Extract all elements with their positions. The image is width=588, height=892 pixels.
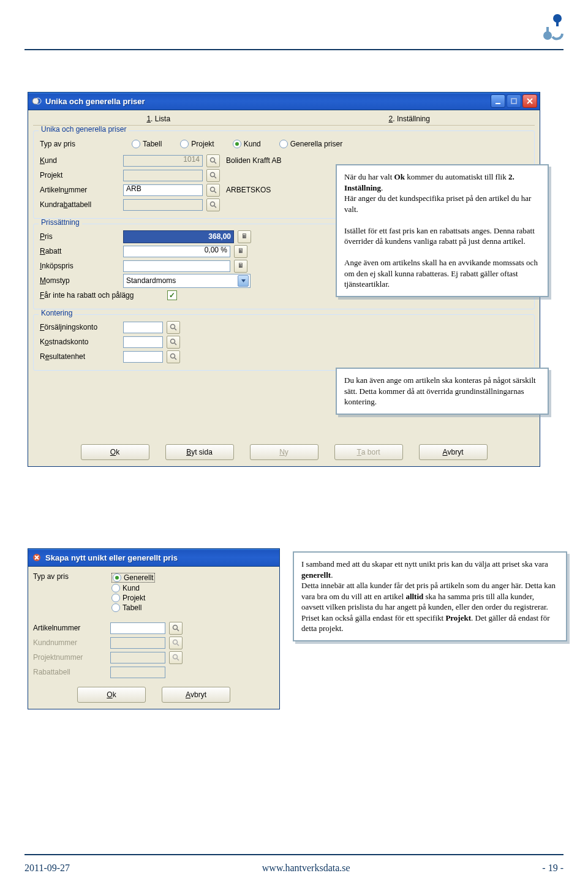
forsaljningskonto-label: Försäljningskonto (40, 323, 119, 331)
app-icon (32, 96, 42, 106)
rabatt-input[interactable]: 0,00 % (123, 246, 230, 257)
svg-line-26 (177, 659, 179, 660)
inkop-input[interactable] (123, 260, 230, 272)
window-skapa-pris: Skapa nytt unikt eller generellt pris Ty… (28, 548, 280, 709)
projekt-input (123, 170, 203, 181)
svg-point-14 (171, 325, 175, 329)
pris-label: Pris (40, 233, 119, 240)
pris-calc[interactable]: 🖩 (238, 230, 251, 243)
svg-point-12 (211, 202, 215, 206)
logo-icon (541, 12, 564, 43)
kundrabattabell-input (123, 199, 203, 211)
radio-kund-2[interactable]: Kund (111, 584, 155, 592)
svg-line-24 (177, 644, 179, 646)
callout-2: Du kan även ange om artikeln ska kontera… (336, 368, 549, 415)
titlebar-2: Skapa nytt unikt eller generellt pris (28, 549, 279, 567)
window-title-2: Skapa nytt unikt eller generellt pris (45, 553, 178, 562)
artikelnummer-input-2[interactable] (110, 622, 165, 634)
avbryt-button[interactable]: Avbryt (419, 444, 488, 460)
resultatenhet-label: Resultatenhet (40, 353, 119, 360)
footer-page: - 19 - (542, 863, 564, 874)
ny-button[interactable]: Ny (250, 444, 318, 460)
farinte-checkbox[interactable] (167, 290, 177, 300)
artikelnummer-lookup[interactable] (206, 184, 220, 197)
typ-av-pris-label-2: Typ av pris (33, 573, 107, 612)
radio-generellt[interactable]: Generellt (111, 573, 155, 583)
svg-line-15 (175, 328, 176, 330)
forsaljningskonto-lookup[interactable] (167, 321, 180, 334)
avbryt-button-2[interactable]: Avbryt (162, 687, 230, 703)
radio-projekt-2[interactable]: Projekt (111, 594, 155, 602)
projektnummer-label: Projektnummer (33, 654, 107, 661)
top-rule (24, 49, 564, 50)
svg-point-10 (211, 187, 215, 192)
momstyp-value: Standardmoms (126, 277, 176, 284)
ok-button-2[interactable]: Ok (77, 687, 146, 703)
radio-generella[interactable]: Generella priser (279, 140, 342, 148)
kundrabattabell-label: Kundrabattabell (40, 201, 119, 208)
projekt-label: Projekt (40, 172, 119, 179)
kund-name: Boliden Krafft AB (226, 157, 282, 164)
rabattabell-label: Rabattabell (33, 668, 107, 676)
bytsida-button[interactable]: Byt sida (165, 444, 234, 460)
callout-1: När du har valt Ok kommer du automatiskt… (336, 164, 549, 297)
radio-kund[interactable]: Kund (233, 140, 261, 148)
kundnummer-input (110, 637, 165, 649)
titlebar: Unika och generella priser (28, 93, 540, 110)
resultatenhet-lookup[interactable] (167, 350, 180, 363)
resultatenhet-input[interactable] (123, 351, 163, 363)
tab-lista[interactable]: 1. Lista (33, 113, 284, 125)
dialog-icon (32, 553, 42, 562)
radio-tabell-2[interactable]: Tabell (111, 603, 155, 612)
svg-line-19 (175, 358, 176, 360)
svg-point-18 (171, 354, 175, 358)
radio-projekt[interactable]: Projekt (180, 140, 214, 148)
callout-3: I samband med att du skapar ett nytt uni… (293, 551, 567, 641)
projekt-lookup[interactable] (206, 169, 220, 182)
pris-input[interactable]: 368,00 (123, 230, 234, 243)
kund-lookup[interactable] (206, 154, 220, 167)
kostnadskonto-input[interactable] (123, 336, 163, 348)
momstyp-label: Momstyp (40, 277, 119, 284)
svg-line-22 (177, 629, 179, 631)
footer-date: 2011-09-27 (24, 863, 70, 874)
maximize-button[interactable] (507, 94, 521, 108)
svg-rect-4 (496, 103, 500, 104)
momstyp-select[interactable]: Standardmoms (123, 274, 251, 288)
close-button[interactable] (522, 94, 537, 108)
radio-tabell[interactable]: Tabell (132, 140, 162, 148)
artikelnummer-label-2: Artikelnummer (33, 624, 107, 632)
svg-point-25 (173, 655, 178, 659)
artikelnummer-label: Artikelnummer (40, 186, 119, 194)
group-legend-2: Prissättning (39, 219, 82, 226)
tabort-button[interactable]: Ta bort (334, 444, 403, 460)
projektnummer-lookup[interactable] (169, 651, 183, 664)
kostnadskonto-lookup[interactable] (167, 336, 180, 349)
svg-line-17 (175, 343, 176, 345)
page-footer: 2011-09-27 www.hantverksdata.se - 19 - (24, 863, 564, 874)
kundrabattabell-lookup[interactable] (206, 198, 220, 211)
inkop-label: Inköpspris (40, 262, 119, 270)
kostnadskonto-label: Kostnadskonto (40, 338, 119, 346)
artikelnummer-input[interactable]: ARB (123, 184, 203, 196)
typ-av-pris-label: Typ av pris (40, 140, 113, 148)
window-title: Unika och generella priser (45, 97, 145, 106)
svg-point-6 (211, 158, 215, 162)
svg-point-16 (171, 339, 175, 344)
rabattabell-input (110, 667, 165, 678)
svg-point-8 (211, 173, 215, 177)
minimize-button[interactable] (491, 94, 505, 108)
artikelnummer-lookup-2[interactable] (169, 622, 183, 635)
tab-installning[interactable]: 2. Inställning (284, 113, 535, 125)
kundnummer-lookup[interactable] (169, 637, 183, 649)
farinte-label: Får inte ha rabatt och pålägg (40, 292, 162, 299)
svg-line-11 (214, 191, 216, 193)
svg-point-21 (173, 626, 178, 630)
inkop-calc[interactable]: 🖩 (234, 260, 247, 273)
rabatt-label: Rabatt (40, 248, 119, 255)
ok-button[interactable]: Ok (81, 444, 149, 460)
rabatt-calc[interactable]: 🖩 (234, 245, 247, 258)
bottom-rule (24, 854, 564, 855)
forsaljningskonto-input[interactable] (123, 322, 163, 333)
footer-url: www.hantverksdata.se (262, 863, 350, 874)
